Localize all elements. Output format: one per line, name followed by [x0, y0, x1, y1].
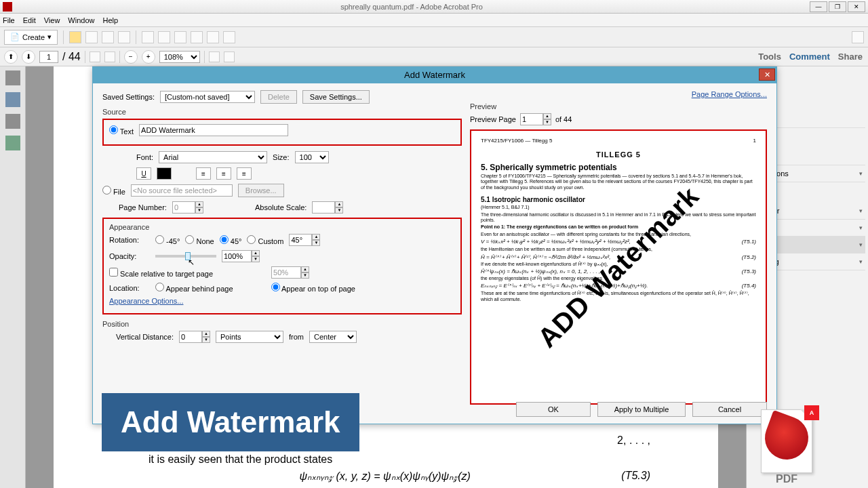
watermark-text-input[interactable]	[139, 124, 288, 136]
vertical-distance-spinner[interactable]: ▲▼	[179, 331, 210, 343]
from-select[interactable]: Center	[309, 331, 357, 343]
location-behind[interactable]: Appear behind page	[155, 283, 233, 293]
preview-of: of 44	[555, 115, 572, 123]
dialog-close-button[interactable]: ✕	[759, 68, 775, 81]
hand-icon[interactable]	[104, 52, 115, 62]
close-window-button[interactable]: ✕	[848, 1, 865, 12]
text-radio[interactable]: Text	[109, 125, 134, 136]
rotation-neg45[interactable]: -45°	[155, 235, 180, 245]
page-range-link[interactable]: Page Range Options...	[692, 90, 767, 98]
form-icon[interactable]	[191, 31, 203, 43]
dialog-title: Add Watermark ✕	[93, 67, 776, 83]
gear-icon[interactable]	[142, 31, 154, 43]
absolute-scale-spinner[interactable]: ▲▼	[312, 201, 343, 214]
saved-settings-label: Saved Settings:	[102, 93, 155, 101]
menu-file[interactable]: File	[3, 16, 15, 24]
menubar: File Edit View Window Help	[0, 14, 868, 27]
page-up-button[interactable]: ⬆	[4, 50, 18, 64]
ok-button[interactable]: OK	[516, 402, 591, 417]
menu-view[interactable]: View	[44, 16, 60, 24]
font-select[interactable]: Arial	[159, 151, 267, 163]
save-icon[interactable]	[85, 31, 98, 43]
scale-relative-spinner[interactable]: ▲▼	[271, 266, 309, 279]
zoom-select[interactable]: 108%	[159, 51, 200, 63]
size-select[interactable]: 100	[295, 151, 329, 163]
fit-page-icon[interactable]	[224, 52, 235, 62]
tab-comment[interactable]: Comment	[789, 52, 830, 62]
pdf-logo: A PDF	[753, 409, 821, 484]
select-icon[interactable]	[90, 52, 100, 62]
add-watermark-dialog: Add Watermark ✕ Saved Settings: [Custom-…	[92, 66, 777, 424]
preview-page-spinner[interactable]: ▲▼	[520, 113, 551, 125]
align-center-button[interactable]: ≡	[216, 167, 231, 180]
rotation-none[interactable]: None	[185, 235, 214, 245]
position-label: Position	[102, 320, 462, 328]
preview-page-label: Preview Page	[470, 115, 516, 123]
saved-settings-select[interactable]: [Custom-not saved]	[160, 91, 255, 103]
zoom-in-button[interactable]: +	[142, 50, 155, 64]
rotation-45[interactable]: 45°	[220, 235, 242, 245]
rotation-label: Rotation:	[109, 236, 150, 244]
thumbnails-icon[interactable]	[5, 70, 20, 85]
delete-button[interactable]: Delete	[260, 90, 297, 104]
attachments-icon[interactable]	[5, 114, 20, 129]
apply-multiple-button[interactable]: Apply to Multiple	[597, 402, 686, 417]
menu-edit[interactable]: Edit	[23, 16, 36, 24]
file-path-input[interactable]	[131, 184, 233, 197]
preview-frame: TFY4215/FY1006 — Tillegg 51 TILLEGG 5 5.…	[470, 129, 767, 405]
bookmarks-icon[interactable]	[5, 92, 20, 107]
menu-window[interactable]: Window	[68, 16, 94, 24]
opacity-label: Opacity:	[109, 252, 150, 260]
opacity-slider[interactable]: ↖	[155, 255, 216, 258]
app-icon	[3, 2, 12, 12]
appearance-options-link[interactable]: Appearance Options...	[109, 297, 183, 305]
restore-button[interactable]: ❐	[829, 1, 846, 12]
page-input[interactable]	[39, 51, 58, 63]
window-titlebar: sphreally quantum.pdf - Adobe Acrobat Pr…	[0, 0, 868, 14]
doc-equation: ψₙₓₙᵧₙ𝓏 (x, y, z) = ψₙₓ(x)ψₙᵧ(y)ψₙ𝓏(z)	[299, 470, 470, 483]
color-button[interactable]	[157, 167, 172, 180]
expand-icon[interactable]	[852, 31, 864, 43]
window-title: sphreally quantum.pdf - Adobe Acrobat Pr…	[15, 3, 808, 11]
font-label: Font:	[136, 153, 153, 161]
scale-relative-checkbox[interactable]: Scale relative to target page	[109, 268, 213, 278]
location-top[interactable]: Appear on top of page	[271, 283, 355, 293]
vertical-distance-label: Vertical Distance:	[116, 333, 174, 341]
sign-icon[interactable]	[223, 31, 235, 43]
comment-icon[interactable]	[158, 31, 170, 43]
page-down-button[interactable]: ⬇	[22, 50, 35, 64]
underline-button[interactable]: U	[136, 167, 151, 180]
export-icon[interactable]	[174, 31, 186, 43]
tab-tools[interactable]: Tools	[758, 52, 781, 62]
align-right-button[interactable]: ≡	[237, 167, 252, 180]
page-number-spinner[interactable]: ▲▼	[172, 201, 203, 214]
align-left-button[interactable]: ≡	[196, 167, 211, 180]
tab-share[interactable]: Share	[838, 52, 863, 62]
signatures-icon[interactable]	[5, 136, 20, 150]
rotation-custom-spinner[interactable]: ▲▼	[289, 234, 320, 246]
rotation-custom[interactable]: Custom	[247, 235, 283, 245]
minimize-button[interactable]: —	[810, 1, 827, 12]
units-select[interactable]: Points	[216, 331, 283, 343]
page-total: / 44	[62, 51, 81, 63]
absolute-scale-label: Absolute Scale:	[255, 203, 307, 211]
print-icon[interactable]	[102, 31, 114, 43]
multimedia-icon[interactable]	[207, 31, 219, 43]
fit-width-icon[interactable]	[209, 52, 220, 62]
opacity-spinner[interactable]: ▲▼	[222, 250, 260, 262]
main-toolbar: 📄 Create ▾	[0, 27, 868, 47]
source-label: Source	[102, 108, 462, 116]
cursor-icon: ↖	[188, 258, 195, 267]
size-label: Size:	[273, 153, 289, 161]
overlay-banner: Add Watermark	[102, 393, 359, 451]
browse-button[interactable]: Browse...	[238, 184, 284, 197]
zoom-out-button[interactable]: −	[124, 50, 138, 64]
doc-eqno: (T5.3)	[621, 470, 650, 483]
appearance-group: Appearance Rotation: -45° None 45° Custo…	[102, 218, 462, 314]
menu-help[interactable]: Help	[102, 16, 118, 24]
save-settings-button[interactable]: Save Settings...	[302, 90, 370, 104]
email-icon[interactable]	[118, 31, 130, 43]
open-icon[interactable]	[69, 31, 81, 43]
create-button[interactable]: 📄 Create ▾	[4, 30, 58, 45]
file-radio[interactable]: File	[102, 186, 125, 196]
